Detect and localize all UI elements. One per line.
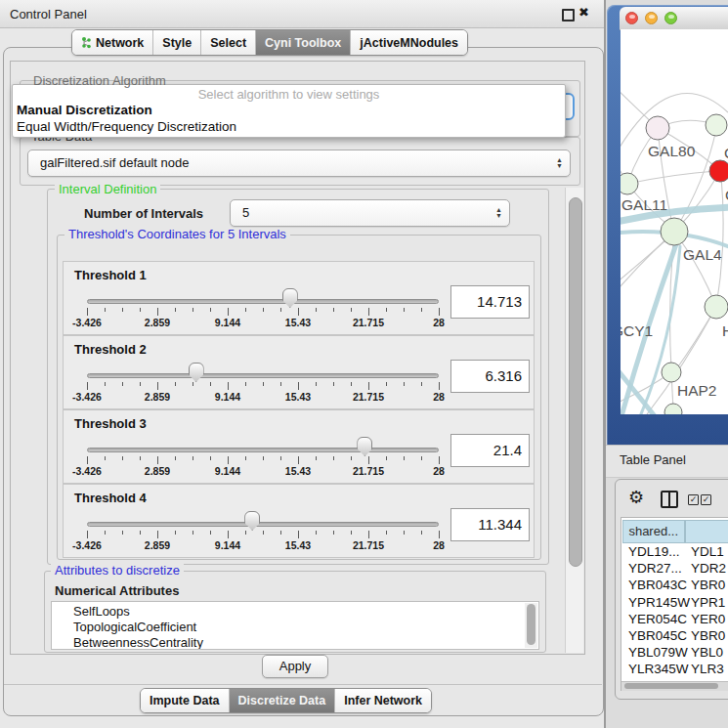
slider-track[interactable] bbox=[87, 373, 439, 378]
numerical-attributes-list[interactable]: SelfLoopsTopologicalCoefficientBetweenne… bbox=[51, 601, 539, 650]
table-data-combo-value: galFiltered.sif default node bbox=[40, 150, 189, 175]
select-all-checkbox-icon[interactable]: ✓ bbox=[688, 494, 699, 505]
network-node-C[interactable] bbox=[709, 160, 728, 182]
tab-network[interactable]: Network bbox=[72, 30, 152, 55]
slider-tick bbox=[193, 456, 193, 460]
slider-track[interactable] bbox=[87, 299, 439, 304]
content-scrollbar-thumb[interactable] bbox=[569, 197, 582, 567]
table-row[interactable]: YER054CYER0 bbox=[621, 611, 728, 627]
slider-tick bbox=[386, 531, 387, 535]
slider-tick bbox=[193, 382, 193, 386]
name-cell[interactable]: YBR0 bbox=[691, 627, 725, 644]
tab-infer-network[interactable]: Infer Network bbox=[334, 689, 431, 712]
slider-tick-label: -3.426 bbox=[58, 539, 116, 551]
network-node-H[interactable] bbox=[705, 295, 728, 319]
table-row[interactable]: YBR043CYBR0 bbox=[621, 577, 728, 593]
popup-option-manual-discretization[interactable]: Manual Discretization bbox=[17, 103, 152, 117]
column-header-name[interactable]: na bbox=[685, 520, 728, 543]
tab-select[interactable]: Select bbox=[200, 30, 255, 55]
shared-name-cell[interactable]: YLR345W bbox=[628, 661, 689, 677]
shared-name-cell[interactable]: YBL079W bbox=[628, 644, 688, 661]
name-cell[interactable]: YLR3 bbox=[691, 661, 724, 677]
slider-tick bbox=[368, 382, 369, 390]
attribute-item-betweennesscentrality[interactable]: BetweennessCentrality bbox=[73, 635, 203, 650]
shared-name-cell[interactable]: YBR045C bbox=[628, 627, 687, 644]
tab-cyni-toolbox[interactable]: Cyni Toolbox bbox=[255, 30, 350, 55]
minimize-traffic-light[interactable] bbox=[645, 12, 658, 24]
apply-button[interactable]: Apply bbox=[262, 655, 328, 678]
threshold-2-value-field[interactable]: 6.316 bbox=[450, 360, 530, 393]
table-row[interactable]: YDR27...YDR2 bbox=[621, 560, 728, 577]
table-row[interactable]: YBR045CYBR0 bbox=[621, 627, 728, 644]
number-of-intervals-combo[interactable]: 5 ▲▼ bbox=[230, 199, 510, 227]
name-cell[interactable]: YDR2 bbox=[691, 560, 726, 577]
slider-tick-label: 21.715 bbox=[339, 539, 398, 551]
node-label-GCY1: GCY1 bbox=[621, 322, 653, 339]
threshold-3-slider-handle[interactable] bbox=[357, 437, 372, 456]
network-node-GAL4[interactable] bbox=[661, 218, 688, 245]
threshold-1-slider-handle[interactable] bbox=[282, 288, 298, 308]
table-row[interactable]: YBL079WYBL0 bbox=[621, 644, 728, 661]
attribute-item-selfloops[interactable]: SelfLoops bbox=[73, 604, 130, 620]
tab-impute-data[interactable]: Impute Data bbox=[141, 689, 229, 712]
threshold-4-slider-handle[interactable] bbox=[244, 511, 260, 531]
slider-tick-label: 9.144 bbox=[198, 391, 257, 403]
float-window-icon[interactable] bbox=[562, 9, 575, 21]
slider-tick bbox=[193, 308, 193, 312]
slider-tick bbox=[439, 382, 440, 390]
shared-name-cell[interactable]: YER054C bbox=[628, 611, 687, 627]
network-node-partial[interactable] bbox=[664, 404, 682, 414]
threshold-3-value-field[interactable]: 21.4 bbox=[450, 434, 530, 467]
slider-tick bbox=[157, 382, 158, 390]
attribute-item-topologicalcoefficient[interactable]: TopologicalCoefficient bbox=[73, 620, 196, 635]
table-row[interactable]: YLR345WYLR3 bbox=[621, 661, 728, 677]
name-cell[interactable]: YBR0 bbox=[691, 577, 725, 593]
zoom-traffic-light[interactable] bbox=[664, 12, 677, 24]
threshold-panel-4: Threshold 4-3.4262.8599.14415.4321.71528… bbox=[63, 484, 535, 558]
slider-track[interactable] bbox=[87, 522, 439, 527]
network-node-HAP2[interactable] bbox=[662, 363, 681, 382]
shared-name-cell[interactable]: YPR145W bbox=[628, 594, 690, 611]
table-row[interactable]: YPR145WYPR1 bbox=[621, 594, 728, 611]
column-header-shared-name[interactable]: shared... bbox=[622, 520, 685, 543]
name-cell[interactable]: YPR1 bbox=[691, 594, 725, 611]
algorithm-placeholder-option[interactable]: Select algorithm to view settings bbox=[13, 87, 565, 102]
combo-stepper-icon: ▲▼ bbox=[556, 157, 563, 169]
slider-tick bbox=[175, 308, 176, 312]
table-data-combo[interactable]: galFiltered.sif default node ▲▼ bbox=[27, 150, 571, 177]
network-canvas[interactable]: GAL80GACGAL11GAL4GCY1HHAP2 bbox=[621, 29, 728, 414]
slider-tick bbox=[87, 531, 88, 538]
list-scrollbar-thumb[interactable] bbox=[527, 604, 535, 645]
threshold-4-value-field[interactable]: 11.344 bbox=[450, 508, 530, 541]
network-graph[interactable]: GAL80GACGAL11GAL4GCY1HHAP2 bbox=[621, 29, 728, 414]
shared-name-cell[interactable]: YDL19... bbox=[628, 543, 680, 560]
tab-style[interactable]: Style bbox=[152, 30, 200, 55]
split-columns-icon[interactable] bbox=[661, 491, 678, 508]
name-cell[interactable]: YER0 bbox=[691, 611, 725, 627]
table-row[interactable]: YDL19...YDL1 bbox=[621, 543, 728, 560]
gear-icon[interactable]: ⚙ bbox=[628, 488, 644, 507]
threshold-1-value-field[interactable]: 14.713 bbox=[450, 285, 530, 319]
shared-name-cell[interactable]: YDR27... bbox=[628, 560, 682, 577]
network-node-GAL80[interactable] bbox=[646, 116, 669, 140]
network-node-GA[interactable] bbox=[706, 114, 727, 136]
slider-tick bbox=[87, 456, 88, 464]
name-cell[interactable]: YBL0 bbox=[691, 644, 723, 661]
threshold-2-slider-handle[interactable] bbox=[189, 363, 204, 382]
shared-name-cell[interactable]: YBR043C bbox=[628, 577, 687, 593]
close-traffic-light[interactable] bbox=[625, 12, 638, 24]
name-cell[interactable]: YDL1 bbox=[691, 543, 724, 560]
slider-tick bbox=[280, 456, 281, 460]
tab-jactivemnodules[interactable]: jActiveMNodules bbox=[350, 30, 467, 55]
network-node-GAL11[interactable] bbox=[621, 173, 638, 194]
slider-tick bbox=[333, 308, 334, 312]
close-icon[interactable]: ✖ bbox=[578, 5, 589, 20]
popup-option-equal-width-frequency[interactable]: Equal Width/Frequency Discretization bbox=[17, 119, 236, 134]
tab-discretize-data[interactable]: Discretize Data bbox=[229, 689, 335, 712]
table-hscrollbar-thumb[interactable] bbox=[624, 683, 718, 689]
slider-tick bbox=[105, 308, 106, 312]
slider-track[interactable] bbox=[87, 448, 439, 452]
control-panel-titlebar bbox=[0, 0, 606, 28]
select-all-checkbox-icon-2[interactable]: ✓ bbox=[701, 494, 711, 505]
slider-tick bbox=[316, 382, 317, 386]
